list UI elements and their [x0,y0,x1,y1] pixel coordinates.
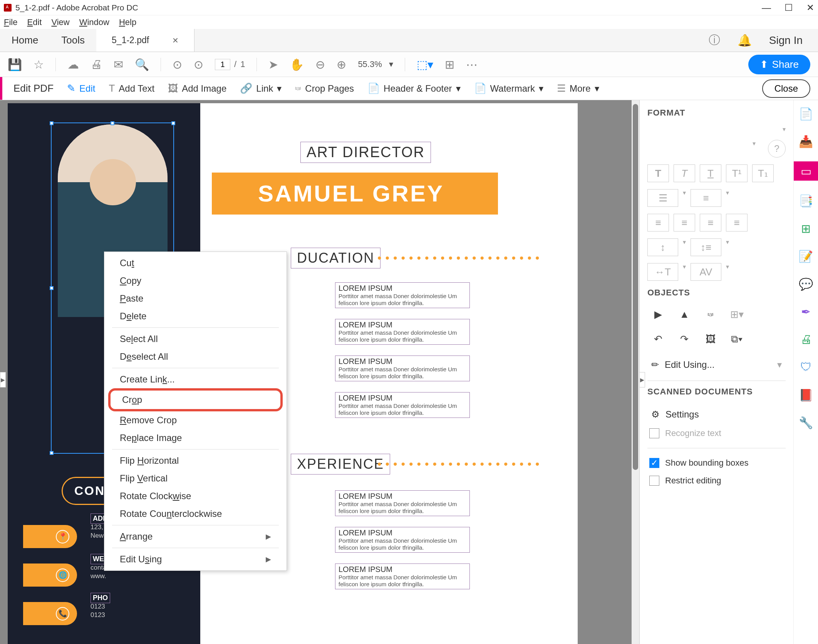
menu-edit[interactable]: Edit [27,17,42,27]
editbar-link[interactable]: 🔗 Link ▾ [240,82,282,94]
text-block[interactable]: LOREM IPSUMPorttitor amet massa Doner do… [335,490,470,516]
text-block[interactable]: LOREM IPSUMPorttitor amet massa Doner do… [335,527,470,553]
editbar-add-text[interactable]: T Add Text [109,82,154,94]
print-icon[interactable]: 🖨 [91,58,102,71]
align-objects-icon[interactable]: ⊞▾ [726,305,748,323]
bullet-list-icon[interactable]: ☰ [647,189,678,207]
underline-icon[interactable]: T [700,164,721,182]
wrench-icon[interactable]: 🔧 [798,415,814,430]
bold-icon[interactable]: T [647,164,669,182]
page-up-icon[interactable]: ⊙ [173,58,182,71]
bell-icon[interactable]: 🔔 [738,34,752,47]
text-block[interactable]: LOREM IPSUMPorttitor amet massa Doner do… [335,282,470,308]
rotate-cw-icon[interactable]: ↷ [674,330,695,348]
chevron-down-icon[interactable]: ▾ [726,238,729,256]
address-text[interactable]: 123, New [91,523,104,540]
tab-home[interactable]: Home [0,29,50,52]
context-edit-using[interactable]: Edit Using▶ [104,550,287,568]
protect-icon[interactable]: 🛡 [798,359,814,375]
tab-tools[interactable]: Tools [50,29,96,52]
page-number-input[interactable] [215,59,230,70]
context-select-all[interactable]: Select All [104,330,287,348]
zoom-out-icon[interactable]: ⊖ [315,58,325,71]
edit-using-dropdown[interactable]: ✏ Edit Using... ▾ [647,355,786,375]
context-rotate-cw[interactable]: Rotate Clockwise [104,487,287,505]
settings-button[interactable]: ⚙ Settings [647,404,786,424]
align-center-icon[interactable]: ≡ [674,214,695,231]
context-delete[interactable]: Delete [104,307,287,325]
star-icon[interactable]: ☆ [34,58,44,71]
more-tools-icon[interactable]: ⋯ [466,58,478,71]
chevron-down-icon[interactable]: ▾ [753,140,756,158]
scrollbar[interactable] [632,100,639,644]
scrollbar-thumb[interactable] [633,104,638,470]
subscript-icon[interactable]: T₁ [752,164,774,182]
crop-icon[interactable]: ⎃ [700,305,721,323]
mail-icon[interactable]: ✉ [114,58,123,71]
restrict-editing-checkbox[interactable]: Restrict editing [647,472,786,490]
print-production-icon[interactable]: 🖨 [798,332,814,347]
editbar-close-button[interactable]: Close [762,79,810,98]
save-icon[interactable]: 💾 [8,58,22,71]
align-right-icon[interactable]: ≡ [700,214,721,231]
editbar-crop-pages[interactable]: ⎃ Crop Pages [295,82,354,94]
phone-heading[interactable]: PHO [91,593,110,603]
text-block[interactable]: LOREM IPSUMPorttitor amet massa Doner do… [335,356,470,381]
zoom-in-icon[interactable]: ⊕ [337,58,346,71]
chevron-down-icon[interactable]: ▾ [683,189,686,207]
context-crop[interactable]: Crop [108,388,283,411]
menu-file[interactable]: File [4,17,17,27]
editbar-add-image[interactable]: 🖼 Add Image [168,82,226,94]
editbar-edit[interactable]: ✎ Edit [67,82,95,94]
context-flip-horizontal[interactable]: Flip Horizontal [104,452,287,470]
sign-icon[interactable]: ✒ [798,304,814,319]
phone-text[interactable]: 0123 0123 [91,602,105,619]
reading-mode-icon[interactable]: ⊞ [445,58,454,71]
sign-in-button[interactable]: Sign In [769,34,803,47]
menu-window[interactable]: Window [79,17,109,27]
recognize-text-checkbox[interactable]: Recognize text [647,424,786,442]
page-down-icon[interactable]: ⊙ [194,58,203,71]
resume-name[interactable]: SAMUEL GREY [212,173,498,215]
menu-view[interactable]: View [51,17,69,27]
horizontal-scale-icon[interactable]: ↔T [647,263,678,281]
zoom-dropdown[interactable]: 55.3% ▾ [358,59,393,69]
text-block[interactable]: LOREM IPSUMPorttitor amet massa Doner do… [335,392,470,418]
collapse-left-icon[interactable]: ▶ [0,372,6,387]
context-remove-crop[interactable]: Remove Crop [104,411,287,429]
close-window-button[interactable]: ✕ [806,2,814,13]
editbar-more[interactable]: ☰ More ▾ [557,82,599,94]
redact-icon[interactable]: 📕 [798,387,814,402]
rotate-ccw-icon[interactable]: ↶ [647,330,669,348]
cloud-upload-icon[interactable]: ☁ [67,58,79,71]
menu-help[interactable]: Help [119,17,136,27]
minimize-button[interactable]: — [762,2,771,13]
context-deselect-all[interactable]: Deselect All [104,348,287,366]
combine-icon[interactable]: 📑 [798,193,814,208]
chevron-down-icon[interactable]: ▾ [726,263,729,281]
chevron-down-icon[interactable]: ▾ [683,263,686,281]
text-block[interactable]: LOREM IPSUMPorttitor amet massa Doner do… [335,319,470,345]
show-bounding-boxes-checkbox[interactable]: ✓ Show bounding boxes [647,454,786,472]
collapse-right-icon[interactable]: ▶ [639,372,645,387]
tab-file-active[interactable]: 5_1-2.pdf ✕ [96,29,194,52]
search-icon[interactable]: 🔍 [135,58,149,71]
hand-icon[interactable]: ✋ [290,58,304,71]
flip-horizontal-icon[interactable]: ▶ [647,305,669,323]
align-justify-icon[interactable]: ≡ [726,214,748,231]
arrange-icon[interactable]: ⧉▾ [726,330,748,348]
editbar-watermark[interactable]: 📄 Watermark ▾ [474,82,543,94]
context-cut[interactable]: Cut [104,254,287,272]
maximize-button[interactable]: ☐ [784,2,793,13]
superscript-icon[interactable]: T¹ [726,164,748,182]
chevron-down-icon[interactable]: ▾ [683,238,686,256]
note-icon[interactable]: 📝 [798,248,814,264]
text-block[interactable]: LOREM IPSUMPorttitor amet massa Doner do… [335,564,470,589]
replace-image-icon[interactable]: 🖼 [700,330,721,348]
editbar-header-footer[interactable]: 📄 Header & Footer ▾ [367,82,460,94]
context-paste[interactable]: Paste [104,290,287,307]
pointer-icon[interactable]: ➤ [268,58,278,71]
fit-width-icon[interactable]: ⬚▾ [417,58,433,71]
context-flip-vertical[interactable]: Flip Vertical [104,470,287,487]
italic-icon[interactable]: T [674,164,695,182]
